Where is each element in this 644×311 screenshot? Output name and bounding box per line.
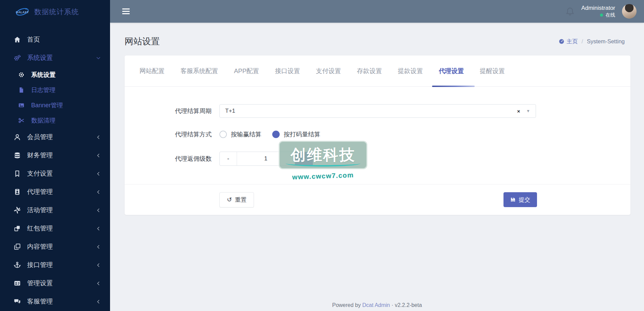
clone-icon [13, 243, 22, 250]
gears-icon [13, 54, 22, 61]
tab-payment-settings[interactable]: 支付设置 [316, 55, 341, 86]
sidebar-item-label: 支付设置 [27, 169, 53, 178]
id-card-icon [13, 280, 22, 287]
sidebar-item-label: 数据清理 [31, 116, 56, 125]
sidebar-item-system-settings-group[interactable]: 系统设置 [0, 49, 110, 67]
topbar-right: Administrator 在线 [565, 4, 637, 19]
field-label: 代理结算周期 [175, 107, 219, 115]
sidebar-item-data-cleanup[interactable]: 数据清理 [0, 113, 110, 128]
app-title: 数据统计系统 [34, 7, 79, 17]
image-icon [17, 102, 26, 108]
avatar[interactable] [622, 4, 637, 19]
sidebar-item-banner-management[interactable]: Banner管理 [0, 97, 110, 113]
select-value: T+1 [225, 108, 235, 114]
anchor-icon [13, 262, 22, 268]
scissors-icon [17, 117, 26, 124]
breadcrumb: 主页 / System-Setting [559, 38, 625, 45]
settlement-cycle-select[interactable]: T+1 × ▼ [219, 104, 536, 118]
sidebar-item-label: 日志管理 [31, 86, 56, 94]
chevron-down-icon [96, 56, 101, 60]
tab-agent-settings[interactable]: 代理设置 [439, 55, 464, 86]
chevron-left-icon [96, 208, 101, 213]
user-block[interactable]: Administrator 在线 [581, 4, 615, 18]
chevron-left-icon [96, 135, 101, 139]
tab-app-config[interactable]: APP配置 [234, 55, 259, 86]
powered-by-text: Powered by [332, 302, 361, 308]
sidebar-item-system-settings[interactable]: 系统设置 [0, 67, 110, 82]
tab-bar: 网站配置客服系统配置APP配置接口设置支付设置存款设置提款设置代理设置提醒设置 [125, 55, 630, 87]
chevron-left-icon [96, 153, 101, 158]
chevron-left-icon [96, 172, 101, 176]
tab-deposit-settings[interactable]: 存款设置 [357, 55, 382, 86]
chevron-left-icon [96, 263, 101, 267]
reset-icon: ↺ [227, 197, 232, 203]
sidebar-item-label: 内容管理 [27, 242, 53, 251]
logo[interactable]: GALAXY 数据统计系统 [0, 0, 110, 24]
sidebar-item-finance-management[interactable]: 财务管理 [0, 146, 110, 164]
sidebar-item-label: 系统设置 [27, 53, 53, 62]
sidebar-item-member-management[interactable]: 会员管理 [0, 128, 110, 146]
radio-circle[interactable] [219, 131, 227, 138]
comments-icon [13, 298, 22, 305]
bookmark-icon [13, 170, 22, 177]
chevron-left-icon [96, 245, 101, 249]
breadcrumb-home-link[interactable]: 主页 [559, 38, 578, 45]
tab-reminder-settings[interactable]: 提醒设置 [480, 55, 505, 86]
tab-api-settings[interactable]: 接口设置 [275, 55, 300, 86]
burst-icon [13, 207, 22, 214]
sidebar-item-customer-service-management[interactable]: 客服管理 [0, 292, 110, 311]
radio-option-0[interactable]: 按输赢结算 [219, 130, 261, 138]
radio-label: 按输赢结算 [231, 130, 261, 138]
logo-brand-text: GALAXY [16, 10, 29, 14]
stepper-minus-button[interactable]: - [220, 152, 237, 165]
sidebar-item-home[interactable]: 首页 [0, 30, 110, 49]
stepper-value[interactable]: 1 [237, 152, 295, 165]
sidebar-item-api-management[interactable]: 接口管理 [0, 256, 110, 274]
chevron-left-icon [96, 299, 101, 304]
breadcrumb-home-label: 主页 [567, 38, 578, 45]
radio-group: 按输赢结算 按打码量结算 [219, 130, 320, 138]
radio-circle[interactable] [272, 131, 280, 138]
sidebar-item-label: 管理设置 [27, 279, 53, 288]
form-row-rebate-levels: 代理返佣级数 - 1 + [175, 152, 630, 166]
sidebar-item-agent-management[interactable]: 代理管理 [0, 183, 110, 201]
id-badge-icon [13, 188, 22, 195]
form-row-settlement-method: 代理结算方式 按输赢结算 按打码量结算 [175, 130, 630, 139]
sidebar-item-admin-settings[interactable]: 管理设置 [0, 274, 110, 292]
tab-site-config[interactable]: 网站配置 [139, 55, 165, 86]
sidebar: GALAXY 数据统计系统 首页系统设置系统设置日志管理Banner管理数据清理… [0, 0, 110, 311]
sidebar-item-payment-settings[interactable]: 支付设置 [0, 164, 110, 183]
caret-down-icon: ▼ [526, 109, 530, 113]
dcat-admin-link[interactable]: Dcat Admin [362, 302, 390, 308]
main-content: 网站设置 主页 / System-Setting 网站配置客服系统配置APP配置… [110, 23, 644, 311]
notification-bell-icon[interactable] [565, 7, 575, 16]
home-icon [13, 36, 22, 43]
user-icon [13, 134, 22, 140]
clear-selection-icon[interactable]: × [517, 108, 520, 114]
card-footer: ↺ 重置 提交 [125, 184, 630, 215]
submit-button[interactable]: 提交 [503, 192, 537, 207]
sidebar-item-label: 系统设置 [31, 71, 56, 79]
tab-withdrawal-settings[interactable]: 提款设置 [398, 55, 423, 86]
cubes-icon [13, 225, 22, 232]
sidebar-menu: 首页系统设置系统设置日志管理Banner管理数据清理会员管理财务管理支付设置代理… [0, 24, 110, 311]
chevron-left-icon [96, 190, 101, 194]
user-status: 在线 [581, 12, 615, 18]
tab-customer-service-config[interactable]: 客服系统配置 [180, 55, 218, 86]
galaxy-logo-icon: GALAXY [15, 6, 30, 17]
chevron-left-icon [96, 226, 101, 231]
menu-toggle-icon[interactable] [120, 6, 132, 16]
sidebar-item-label: 活动管理 [27, 206, 53, 215]
sidebar-item-log-management[interactable]: 日志管理 [0, 82, 110, 97]
sidebar-item-activity-management[interactable]: 活动管理 [0, 201, 110, 219]
radio-option-1[interactable]: 按打码量结算 [272, 130, 320, 138]
sidebar-item-content-management[interactable]: 内容管理 [0, 238, 110, 256]
version-text: v2.2.2-beta [395, 302, 422, 308]
sidebar-item-redpacket-management[interactable]: 红包管理 [0, 219, 110, 238]
stepper-plus-button[interactable]: + [295, 152, 313, 165]
rebate-level-stepper: - 1 + [219, 152, 313, 166]
file-icon [17, 87, 26, 93]
sidebar-item-label: 代理管理 [27, 187, 53, 196]
reset-button[interactable]: ↺ 重置 [219, 192, 254, 207]
sidebar-item-label: 客服管理 [27, 297, 53, 306]
